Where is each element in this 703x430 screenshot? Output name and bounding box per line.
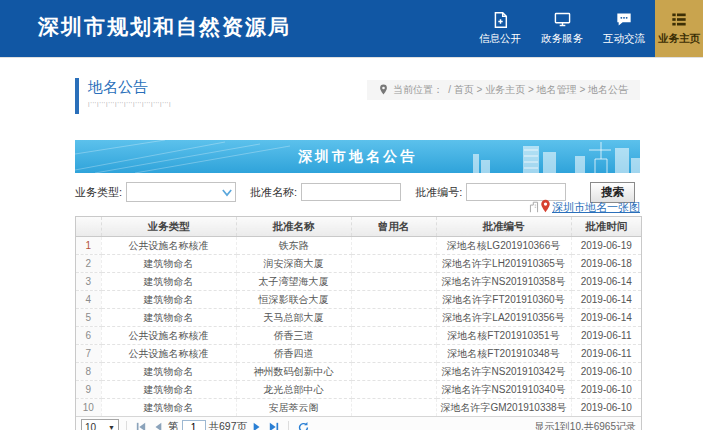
document-icon — [493, 11, 508, 28]
divider — [126, 421, 127, 430]
code-filter-label: 批准编号: — [415, 185, 462, 200]
prev-page-icon — [153, 422, 163, 430]
nav-label: 互动交流 — [603, 32, 645, 46]
banner-title: 深圳市地名公告 — [75, 140, 640, 173]
next-page-button[interactable] — [250, 422, 264, 430]
breadcrumb-label: 当前位置： — [393, 83, 443, 97]
monitor-icon — [554, 11, 571, 28]
table-header-row: 业务类型 批准名称 曾用名 批准编号 批准时间 — [76, 217, 641, 237]
table-row[interactable]: 4建筑物命名恒深影联合大厦深地名许字FT201910360号2019-06-14 — [76, 291, 641, 309]
table-row[interactable]: 8建筑物命名神州数码创新中心深地名许字NS201910342号2019-06-1… — [76, 363, 641, 381]
page-number-input[interactable] — [182, 420, 206, 430]
site-title: 深圳市规划和自然资源局 — [38, 13, 291, 41]
page-title: 地名公告 — [88, 78, 172, 96]
nav-info-disclosure[interactable]: 信息公开 — [469, 0, 531, 57]
column-header-index — [76, 217, 101, 237]
table-row[interactable]: 6公共设施名称核准侨香三道深地名核FT201910351号2019-06-11 — [76, 327, 641, 345]
nav-label: 业务主页 — [658, 32, 700, 46]
last-page-icon — [269, 422, 279, 430]
title-ticks: |'''|'''|'''|'''|'''|'''|'''|'''|'''| — [88, 101, 172, 107]
divider — [288, 421, 289, 430]
map-link-label: 深圳市地名一张图 — [552, 200, 640, 215]
location-pin-icon — [379, 84, 388, 97]
column-header-type: 业务类型 — [101, 217, 236, 237]
total-pages-label: 共697页 — [209, 420, 248, 430]
table-row[interactable]: 5建筑物命名天马总部大厦深地名许字LA201910356号2019-06-14 — [76, 309, 641, 327]
table-row[interactable]: 10建筑物命名安居萃云阁深地名许字GM201910338号2019-06-10 — [76, 399, 641, 417]
nav-gov-services[interactable]: 政务服务 — [531, 0, 593, 57]
nav-label: 政务服务 — [541, 32, 583, 46]
app-header: 深圳市规划和自然资源局 信息公开 政务服务 互动交流 — [0, 0, 703, 57]
breadcrumb: 当前位置： / 首页 > 业务主页 > 地名管理 > 地名公告 — [367, 80, 640, 100]
announcements-table: 业务类型 批准名称 曾用名 批准编号 批准时间 1公共设施名称核准铁东路深地名核… — [76, 217, 641, 416]
name-filter-label: 批准名称: — [250, 185, 297, 200]
page-size-value: 10 — [85, 422, 96, 430]
nav-business-home[interactable]: 业务主页 — [655, 0, 703, 57]
map-link-row: 深圳市地名一张图 — [75, 199, 640, 215]
table-row[interactable]: 3建筑物命名太子湾望海大厦深地名许字NS201910358号2019-06-14 — [76, 273, 641, 291]
section-head: 地名公告 |'''|'''|'''|'''|'''|'''|'''|'''|''… — [75, 78, 640, 114]
caret-down-icon: ▼ — [108, 424, 115, 430]
breadcrumb-path[interactable]: / 首页 > 业务主页 > 地名管理 > 地名公告 — [448, 83, 628, 97]
first-page-button[interactable] — [134, 422, 148, 430]
title-accent-bar — [75, 78, 79, 114]
list-icon — [671, 11, 687, 28]
chat-icon — [616, 11, 632, 28]
top-nav: 信息公开 政务服务 互动交流 业务主页 — [469, 0, 703, 57]
nav-interaction[interactable]: 互动交流 — [593, 0, 655, 57]
table-row[interactable]: 1公共设施名称核准铁东路深地名核LG201910366号2019-06-19 — [76, 237, 641, 255]
map-pin-icon — [540, 199, 551, 215]
column-header-code: 批准编号 — [436, 217, 571, 237]
first-page-icon — [136, 422, 146, 430]
table-row[interactable]: 7公共设施名称核准侨香四道深地名核FT201910348号2019-06-11 — [76, 345, 641, 363]
page-root: 深圳市规划和自然资源局 信息公开 政务服务 互动交流 — [0, 0, 703, 430]
prev-page-button[interactable] — [151, 422, 165, 430]
refresh-icon — [298, 422, 309, 430]
last-page-button[interactable] — [267, 422, 281, 430]
results-panel: 业务类型 批准名称 曾用名 批准编号 批准时间 1公共设施名称核准铁东路深地名核… — [75, 216, 642, 430]
column-header-former: 曾用名 — [351, 217, 436, 237]
pagination-summary: 显示1到10,共6965记录 — [534, 420, 636, 430]
page-label-prefix: 第 — [168, 420, 179, 430]
section-title-block: 地名公告 |'''|'''|'''|'''|'''|'''|'''|'''|''… — [75, 78, 172, 114]
chevron-down-icon — [222, 187, 232, 199]
type-filter-label: 业务类型: — [75, 185, 122, 200]
column-header-name: 批准名称 — [236, 217, 351, 237]
list-banner: 深圳市地名公告 — [75, 140, 640, 173]
table-row[interactable]: 9建筑物命名龙光总部中心深地名许字NS201910340号2019-06-10 — [76, 381, 641, 399]
page-size-select[interactable]: 10 ▼ — [81, 419, 119, 430]
table-row[interactable]: 2建筑物命名润安深商大厦深地名许字LH201910365号2019-06-18 — [76, 255, 641, 273]
next-page-icon — [252, 422, 262, 430]
building-icon — [529, 200, 539, 215]
column-header-date: 批准时间 — [571, 217, 641, 237]
pagination-bar: 10 ▼ 第 共697页 显示1到10,共6965记录 — [76, 416, 641, 430]
nav-label: 信息公开 — [479, 32, 521, 46]
refresh-button[interactable] — [296, 422, 311, 430]
map-link[interactable]: 深圳市地名一张图 — [529, 199, 640, 215]
